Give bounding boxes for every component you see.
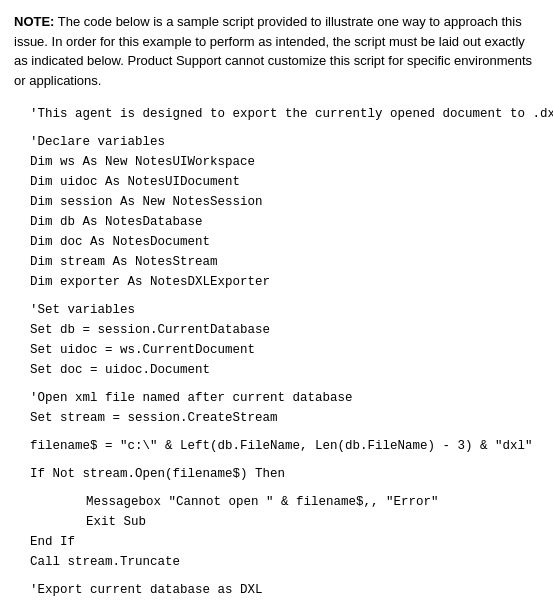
code-line: Set stream = session.CreateStream — [14, 408, 539, 428]
code-block: 'This agent is designed to export the cu… — [14, 104, 539, 600]
code-line: Dim db As NotesDatabase — [14, 212, 539, 232]
code-line: Dim session As New NotesSession — [14, 192, 539, 212]
code-line — [14, 380, 539, 388]
code-line: Set doc = uidoc.Document — [14, 360, 539, 380]
code-line — [14, 572, 539, 580]
code-line — [14, 484, 539, 492]
code-line: 'This agent is designed to export the cu… — [14, 104, 539, 124]
code-line — [14, 428, 539, 436]
code-line — [14, 456, 539, 464]
code-line: Set uidoc = ws.CurrentDocument — [14, 340, 539, 360]
code-line — [14, 292, 539, 300]
code-line: Dim ws As New NotesUIWorkspace — [14, 152, 539, 172]
code-line: 'Set variables — [14, 300, 539, 320]
code-line: If Not stream.Open(filename$) Then — [14, 464, 539, 484]
code-line: Dim uidoc As NotesUIDocument — [14, 172, 539, 192]
note-block: NOTE: The code below is a sample script … — [14, 12, 539, 90]
code-line: Exit Sub — [14, 512, 539, 532]
code-line: Messagebox "Cannot open " & filename$,, … — [14, 492, 539, 512]
code-line — [14, 124, 539, 132]
code-line: Call stream.Truncate — [14, 552, 539, 572]
note-text: The code below is a sample script provid… — [14, 14, 532, 88]
code-line: Dim exporter As NotesDXLExporter — [14, 272, 539, 292]
code-line: 'Declare variables — [14, 132, 539, 152]
code-line: End If — [14, 532, 539, 552]
code-line: Set db = session.CurrentDatabase — [14, 320, 539, 340]
note-label: NOTE: — [14, 14, 54, 29]
code-line: 'Export current database as DXL — [14, 580, 539, 600]
code-line: filename$ = "c:\" & Left(db.FileName, Le… — [14, 436, 539, 456]
code-line: Dim stream As NotesStream — [14, 252, 539, 272]
code-line: Dim doc As NotesDocument — [14, 232, 539, 252]
code-line: 'Open xml file named after current datab… — [14, 388, 539, 408]
